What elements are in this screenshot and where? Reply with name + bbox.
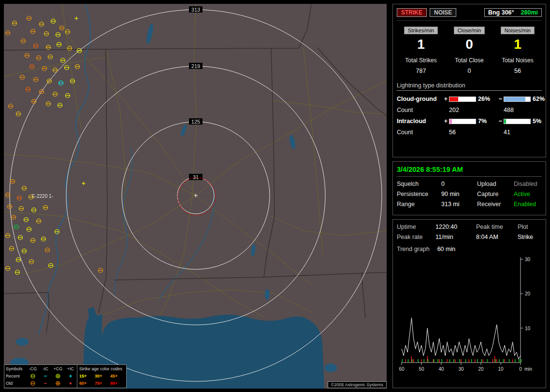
cg-count-label: Count — [397, 107, 443, 113]
ic-positive-count: 56 — [449, 129, 497, 136]
svg-text:30: 30 — [525, 257, 531, 262]
svg-text:10: 10 — [498, 366, 504, 372]
side-panel: STRIKE NOISE Bng 306° 280mi Strikes/min … — [392, 4, 546, 388]
noises-per-min-button[interactable]: Noises/min — [501, 27, 535, 34]
cg-positive-bar — [449, 97, 476, 102]
svg-text:40: 40 — [438, 366, 444, 372]
noise-button[interactable]: NOISE — [430, 8, 456, 17]
svg-text:125: 125 — [191, 119, 200, 125]
close-per-min-button[interactable]: Close/min — [454, 27, 485, 34]
legend-col-pic: +IC — [64, 366, 77, 371]
total-noises-value: 56 — [493, 68, 542, 74]
legend-symbol — [64, 380, 77, 386]
legend-age-row-old: 60+75+90+ — [77, 381, 126, 386]
uptime-value: 1220:40 — [435, 224, 476, 230]
copyright-notice: ©2005 Astrogenic Systems — [328, 381, 387, 388]
bearing-label: Bng 306° — [488, 9, 514, 16]
legend-col-pcg: +CG — [52, 366, 64, 371]
svg-text:60: 60 — [399, 366, 405, 372]
legend-age-title: Strike age color codes — [77, 366, 126, 371]
peak-rate-label: Peak rate — [397, 234, 435, 240]
ic-negative-count: 41 — [504, 129, 549, 136]
svg-text:30: 30 — [458, 366, 464, 372]
legend-symbol — [39, 373, 52, 379]
peak-rate-value: 11/min — [435, 234, 476, 240]
cg-negative-bar — [504, 97, 531, 102]
map-legend: Symbols -CG -IC +CG +IC Recent Old Strik… — [4, 364, 127, 388]
svg-text:20: 20 — [525, 291, 531, 296]
panel-header-row: STRIKE NOISE Bng 306° 280mi — [397, 8, 542, 21]
legend-col-nic: -IC — [39, 366, 52, 371]
receiver-status: Enabled — [514, 201, 542, 208]
svg-text:50: 50 — [419, 366, 424, 372]
plus-sign: + — [443, 96, 449, 102]
total-strikes-label: Total Strikes — [397, 57, 445, 64]
legend-symbol — [52, 373, 64, 379]
legend-age-row-recent: 15+30+45+ — [77, 374, 126, 378]
trend-window-value: 60 min — [437, 246, 456, 252]
svg-text:219: 219 — [191, 63, 200, 69]
svg-text:min: min — [524, 366, 532, 372]
squelch-value: 0 — [441, 181, 477, 187]
upload-status: Disabled — [514, 181, 542, 187]
svg-text:31: 31 — [193, 174, 199, 180]
upload-label: Upload — [477, 181, 514, 187]
bearing-display: Bng 306° 280mi — [484, 8, 542, 17]
legend-symbol — [27, 380, 39, 386]
receiver-label: Receiver — [477, 201, 514, 208]
ic-positive-bar — [449, 119, 476, 124]
totals-values-row: 787 0 56 — [397, 68, 542, 74]
svg-text:0: 0 — [519, 366, 522, 372]
legend-symbol — [52, 380, 64, 386]
legend-col-ncg: -CG — [27, 366, 39, 371]
map-canvas[interactable]: 31321912531 E-2220 1- Symbols -CG -IC +C… — [4, 4, 387, 389]
total-close-label: Total Close — [445, 57, 493, 64]
cloud-ground-label: Cloud-ground — [397, 96, 443, 102]
station-label: E-2220 1- — [32, 194, 53, 199]
intracloud-label: Intracloud — [397, 118, 443, 125]
persistence-label: Persistence — [397, 191, 441, 197]
trend-section: Uptime 1220:40 Peak time Plot Peak rate … — [392, 219, 546, 388]
capture-label: Capture — [477, 191, 514, 197]
plot-value: Strike — [518, 234, 542, 240]
noises-per-min-value: 1 — [493, 37, 542, 52]
legend-row-old-label: Old — [4, 381, 27, 386]
total-noises-label: Total Noises — [493, 57, 542, 64]
minus-sign: − — [497, 96, 504, 102]
noises-per-min-column: Noises/min 1 — [493, 26, 542, 52]
ic-negative-bar — [504, 119, 531, 124]
capture-status: Active — [514, 191, 542, 197]
trend-label-row: Trend graph 60 min — [397, 246, 542, 252]
plus-sign: + — [443, 118, 449, 125]
cg-positive-count: 202 — [449, 107, 497, 113]
bearing-range: 280mi — [521, 9, 538, 16]
cg-positive-pct: 26% — [476, 96, 497, 102]
totals-labels-row: Total Strikes Total Close Total Noises — [397, 57, 542, 64]
map-svg: 31321912531 E-2220 1- — [4, 4, 387, 389]
plot-label: Plot — [518, 224, 542, 230]
ic-negative-pct: 5% — [531, 118, 549, 125]
legend-symbol — [27, 373, 39, 379]
settings-grid: Squelch 0 Upload Disabled Persistence 90… — [397, 181, 542, 208]
svg-text:10: 10 — [525, 326, 531, 331]
strike-button[interactable]: STRIKE — [397, 8, 427, 17]
range-value: 313 mi — [441, 201, 477, 208]
ic-count-label: Count — [397, 129, 443, 136]
legend-row-recent-label: Recent — [4, 374, 27, 378]
peak-time-label: Peak time — [476, 224, 518, 230]
strikes-per-min-column: Strikes/min 1 — [397, 26, 445, 52]
legend-symbol — [39, 380, 52, 386]
persistence-value: 90 min — [441, 191, 477, 197]
svg-text:313: 313 — [191, 7, 200, 13]
legend-symbol — [64, 373, 77, 379]
ic-positive-pct: 7% — [476, 118, 497, 125]
legend-symbols-title: Symbols — [4, 366, 27, 371]
range-label: Range — [397, 201, 441, 208]
strikes-per-min-button[interactable]: Strikes/min — [404, 27, 438, 34]
datetime-display: 3/4/2026 8:55:19 AM — [397, 166, 542, 177]
close-per-min-column: Close/min 0 — [445, 26, 493, 52]
stats-grid: Uptime 1220:40 Peak time Plot Peak rate … — [397, 224, 542, 240]
rates-row: Strikes/min 1 Close/min 0 Noises/min 1 — [397, 26, 542, 52]
minus-sign: − — [497, 118, 504, 125]
trend-graph: 1020306050403020100min — [397, 255, 543, 375]
